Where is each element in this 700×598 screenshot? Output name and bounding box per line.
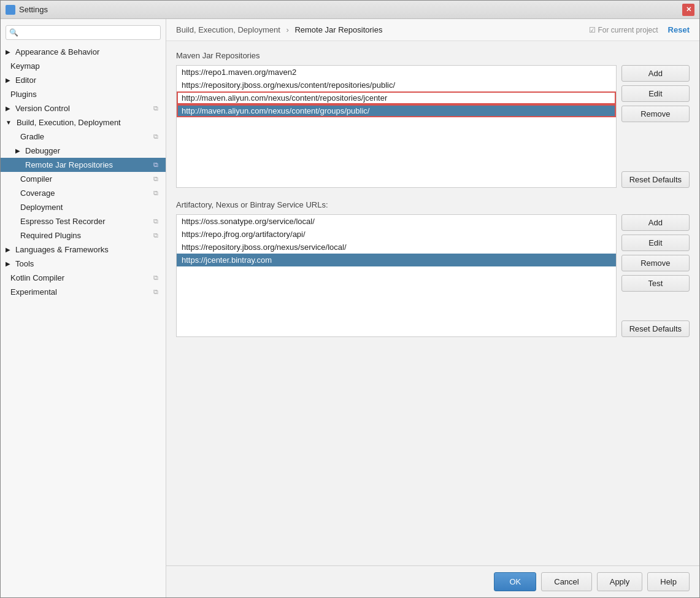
sidebar-item-keymap[interactable]: Keymap <box>1 59 166 73</box>
arrow-icon: ▶ <box>6 77 10 83</box>
sidebar-item-required-plugins[interactable]: Required Plugins ⧉ <box>1 228 166 243</box>
ok-button[interactable]: OK <box>494 572 536 591</box>
sidebar-item-compiler[interactable]: Compiler ⧉ <box>1 172 166 186</box>
app-icon <box>6 5 15 15</box>
list-item[interactable]: https://repository.jboss.org/nexus/conte… <box>177 79 616 91</box>
settings-window: Settings ✕ 🔍 ▶ Appearance & Behavior Key… <box>0 0 700 598</box>
copy-icon: ⧉ <box>153 104 158 112</box>
help-button[interactable]: Help <box>647 572 690 591</box>
artifactory-add-button[interactable]: Add <box>621 214 690 231</box>
artifactory-remove-button[interactable]: Remove <box>621 255 690 271</box>
sidebar-item-debugger[interactable]: ▶ Debugger <box>1 144 166 158</box>
maven-repo-list[interactable]: https://repo1.maven.org/maven2 https://r… <box>176 65 617 188</box>
list-item[interactable]: https://repo1.maven.org/maven2 <box>177 66 616 79</box>
search-box: 🔍 <box>6 25 161 40</box>
search-input[interactable] <box>6 25 161 40</box>
search-icon: 🔍 <box>9 28 18 37</box>
artifactory-repo-area: https://oss.sonatype.org/service/local/ … <box>176 214 690 337</box>
arrow-icon: ▶ <box>6 246 10 253</box>
maven-edit-button[interactable]: Edit <box>621 85 690 102</box>
sidebar-item-kotlin-compiler[interactable]: Kotlin Compiler ⧉ <box>1 271 166 285</box>
sidebar-item-coverage[interactable]: Coverage ⧉ <box>1 186 166 200</box>
copy-icon: ⧉ <box>153 231 158 239</box>
copy-icon: ⧉ <box>153 189 158 197</box>
list-item[interactable]: http://maven.aliyun.com/nexus/content/gr… <box>177 104 616 117</box>
artifactory-test-button[interactable]: Test <box>621 275 690 292</box>
copy-icon: ⧉ <box>153 274 158 282</box>
breadcrumb-separator: › <box>286 25 288 34</box>
maven-section: Maven Jar Repositories https://repo1.mav… <box>176 51 690 188</box>
maven-reset-defaults-button[interactable]: Reset Defaults <box>621 171 690 188</box>
title-bar: Settings ✕ <box>1 1 699 19</box>
sidebar-item-languages[interactable]: ▶ Languages & Frameworks <box>1 243 166 257</box>
copy-icon: ⧉ <box>153 288 158 296</box>
breadcrumb: Build, Execution, Deployment › Remote Ja… <box>176 25 589 34</box>
main-content: 🔍 ▶ Appearance & Behavior Keymap ▶ Edito… <box>1 19 699 597</box>
sidebar-item-build-execution[interactable]: ▼ Build, Execution, Deployment <box>1 115 166 130</box>
sidebar-item-editor[interactable]: ▶ Editor <box>1 73 166 87</box>
list-item[interactable]: http://maven.aliyun.com/nexus/content/re… <box>177 91 616 104</box>
breadcrumb-parent: Build, Execution, Deployment <box>176 25 280 34</box>
maven-section-label: Maven Jar Repositories <box>176 51 690 60</box>
list-item[interactable]: https://jcenter.bintray.com <box>177 254 616 266</box>
arrow-icon: ▶ <box>15 147 20 154</box>
artifactory-repo-list[interactable]: https://oss.sonatype.org/service/local/ … <box>176 214 617 337</box>
right-panel: Build, Execution, Deployment › Remote Ja… <box>166 19 699 597</box>
sidebar-item-gradle[interactable]: Gradle ⧉ <box>1 130 166 144</box>
list-item[interactable]: https://repo.jfrog.org/artifactory/api/ <box>177 228 616 241</box>
artifactory-repo-buttons: Add Edit Remove Test Reset Defaults <box>621 214 690 337</box>
bottom-bar: OK Cancel Apply Help <box>166 565 699 597</box>
reset-button[interactable]: Reset <box>668 25 690 34</box>
panel-body: Maven Jar Repositories https://repo1.mav… <box>166 41 699 565</box>
panel-header: Build, Execution, Deployment › Remote Ja… <box>166 19 699 41</box>
sidebar-item-version-control[interactable]: ▶ Version Control ⧉ <box>1 101 166 115</box>
sidebar: 🔍 ▶ Appearance & Behavior Keymap ▶ Edito… <box>1 19 166 597</box>
artifactory-reset-defaults-button[interactable]: Reset Defaults <box>621 320 690 337</box>
arrow-icon: ▶ <box>6 260 10 267</box>
copy-icon: ⧉ <box>153 161 158 169</box>
sidebar-item-espresso[interactable]: Espresso Test Recorder ⧉ <box>1 214 166 228</box>
list-item[interactable]: https://repository.jboss.org/nexus/servi… <box>177 241 616 254</box>
copy-icon: ⧉ <box>153 133 158 141</box>
cancel-button[interactable]: Cancel <box>541 572 591 591</box>
apply-button[interactable]: Apply <box>597 572 643 591</box>
artifactory-section-label: Artifactory, Nexus or Bintray Service UR… <box>176 200 690 209</box>
sidebar-item-plugins[interactable]: Plugins <box>1 87 166 101</box>
copy-icon: ⧉ <box>153 175 158 183</box>
maven-remove-button[interactable]: Remove <box>621 106 690 122</box>
list-item[interactable]: https://oss.sonatype.org/service/local/ <box>177 215 616 228</box>
sidebar-item-remote-jar[interactable]: Remote Jar Repositories ⧉ <box>1 158 166 172</box>
artifactory-edit-button[interactable]: Edit <box>621 235 690 251</box>
maven-add-button[interactable]: Add <box>621 65 690 82</box>
close-button[interactable]: ✕ <box>682 4 694 16</box>
arrow-down-icon: ▼ <box>6 119 12 126</box>
maven-repo-buttons: Add Edit Remove Reset Defaults <box>621 65 690 188</box>
sidebar-item-tools[interactable]: ▶ Tools <box>1 257 166 271</box>
arrow-icon: ▶ <box>6 49 10 55</box>
breadcrumb-current: Remote Jar Repositories <box>294 25 382 34</box>
maven-repo-area: https://repo1.maven.org/maven2 https://r… <box>176 65 690 188</box>
for-current-project-label: ☑ For current project <box>589 26 658 34</box>
window-title: Settings <box>19 5 682 14</box>
sidebar-item-appearance-behavior[interactable]: ▶ Appearance & Behavior <box>1 45 166 59</box>
arrow-icon: ▶ <box>6 105 10 112</box>
artifactory-section: Artifactory, Nexus or Bintray Service UR… <box>176 200 690 337</box>
sidebar-item-deployment[interactable]: Deployment <box>1 200 166 214</box>
sidebar-item-experimental[interactable]: Experimental ⧉ <box>1 285 166 299</box>
copy-icon: ⧉ <box>153 217 158 225</box>
